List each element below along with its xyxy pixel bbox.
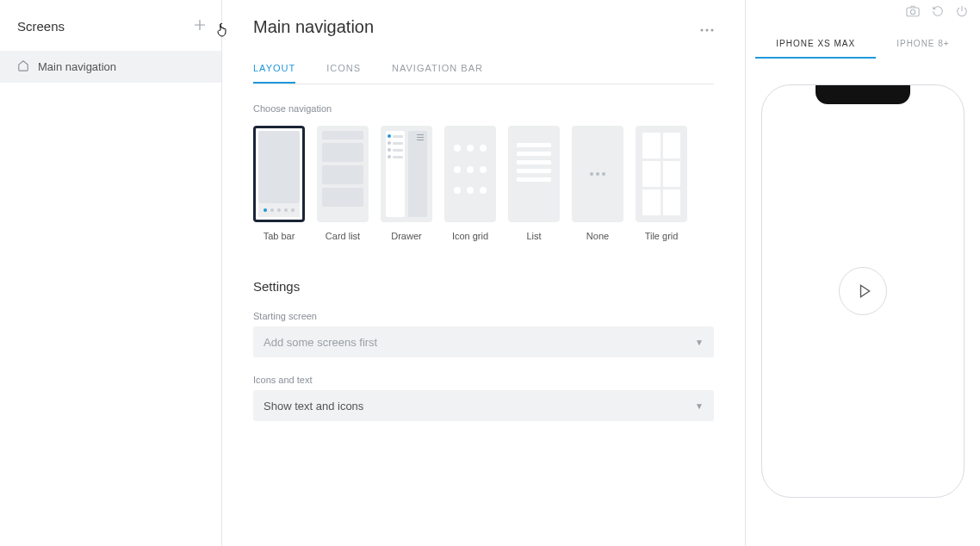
svg-point-0: [701, 28, 704, 31]
device-tabs: IPHONE XS MAX IPHONE 8+: [746, 30, 980, 59]
nav-option-tab-bar[interactable]: Tab bar: [253, 126, 305, 241]
sidebar-item-main-navigation[interactable]: Main navigation: [0, 51, 221, 83]
nav-thumb-drawer: [381, 126, 432, 222]
tab-layout[interactable]: LAYOUT: [253, 63, 295, 84]
starting-screen-select[interactable]: Add some screens first ▼: [253, 326, 714, 357]
icons-text-label: Icons and text: [253, 375, 714, 385]
svg-point-2: [711, 28, 714, 31]
device-tab-iphone-xs-max[interactable]: IPHONE XS MAX: [755, 30, 876, 59]
sidebar-title: Screens: [17, 19, 65, 34]
nav-thumb-tile-grid: [636, 126, 687, 222]
phone-notch: [816, 85, 910, 104]
starting-screen-label: Starting screen: [253, 311, 714, 321]
main-header: Main navigation: [253, 0, 714, 37]
nav-option-label: Drawer: [391, 231, 421, 241]
sidebar-item-label: Main navigation: [38, 60, 116, 73]
chevron-down-icon: ▼: [695, 401, 704, 411]
preview-toolbar: [906, 0, 980, 20]
page-title: Main navigation: [253, 17, 374, 37]
svg-rect-3: [907, 8, 919, 16]
nav-option-label: None: [586, 231, 609, 241]
settings-heading: Settings: [253, 279, 714, 294]
nav-option-icon-grid[interactable]: Icon grid: [444, 126, 496, 241]
main-panel: Main navigation LAYOUT ICONS NAVIGATION …: [222, 0, 746, 546]
nav-option-drawer[interactable]: Drawer: [381, 126, 432, 241]
nav-thumb-tab-bar: [253, 126, 305, 222]
power-button[interactable]: [956, 5, 968, 20]
home-icon: [17, 59, 29, 74]
navigation-options: Tab bar Card list: [253, 126, 714, 241]
nav-option-list[interactable]: List: [508, 126, 560, 241]
nav-option-card-list[interactable]: Card list: [317, 126, 369, 241]
icons-text-value: Show text and icons: [264, 400, 363, 413]
nav-option-label: Card list: [326, 231, 360, 241]
chevron-down-icon: ▼: [695, 338, 704, 347]
nav-thumb-list: [508, 126, 560, 222]
plus-icon: [194, 19, 206, 31]
device-tab-iphone-8-plus[interactable]: IPHONE 8+: [876, 30, 971, 59]
tab-icons[interactable]: ICONS: [326, 63, 361, 84]
nav-thumb-icon-grid: [444, 126, 496, 222]
nav-thumb-none: [572, 126, 623, 222]
screenshot-button[interactable]: [906, 5, 920, 20]
more-menu-button[interactable]: [700, 21, 714, 34]
reload-icon: [932, 5, 944, 17]
nav-option-tile-grid[interactable]: Tile grid: [636, 126, 687, 241]
choose-navigation-label: Choose navigation: [253, 103, 714, 114]
nav-option-label: Icon grid: [452, 231, 488, 241]
add-screen-button[interactable]: [194, 19, 206, 34]
play-preview-button[interactable]: [839, 267, 887, 315]
sidebar: Screens Main navigation: [0, 0, 222, 546]
svg-point-4: [910, 9, 915, 14]
reload-button[interactable]: [932, 5, 944, 20]
nav-option-label: Tile grid: [645, 231, 679, 241]
sidebar-header: Screens: [0, 0, 221, 51]
tab-navigation-bar[interactable]: NAVIGATION BAR: [392, 63, 483, 84]
phone-preview-frame: [761, 84, 964, 498]
preview-panel: IPHONE XS MAX IPHONE 8+: [746, 0, 980, 546]
icons-text-select[interactable]: Show text and icons ▼: [253, 390, 714, 421]
nav-option-label: Tab bar: [264, 231, 295, 241]
nav-thumb-card-list: [317, 126, 369, 222]
nav-option-label: List: [526, 231, 541, 241]
camera-icon: [906, 5, 920, 17]
play-icon: [857, 283, 872, 299]
starting-screen-value: Add some screens first: [264, 336, 377, 349]
power-icon: [956, 5, 968, 17]
detail-tabs: LAYOUT ICONS NAVIGATION BAR: [253, 63, 714, 84]
nav-option-none[interactable]: None: [572, 126, 623, 241]
dots-horizontal-icon: [700, 28, 714, 32]
svg-point-1: [706, 28, 709, 31]
